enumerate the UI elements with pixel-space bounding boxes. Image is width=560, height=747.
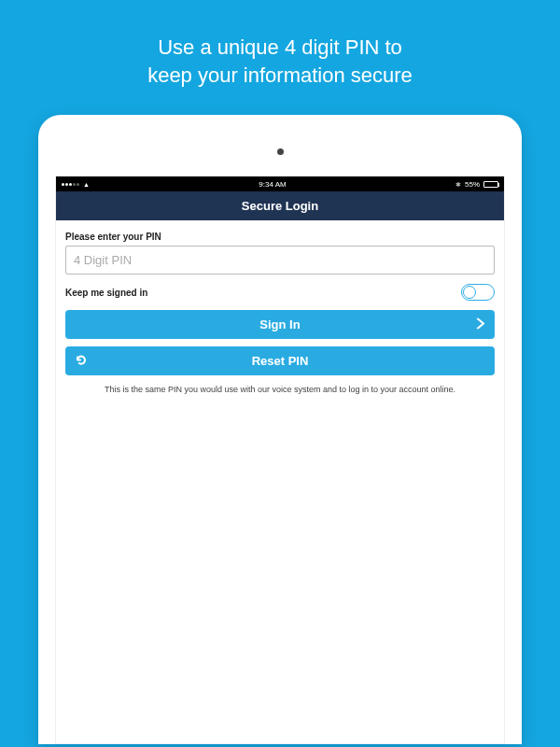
status-bar: 9:34 AM 55% [56,176,504,191]
reset-pin-label: Reset PIN [252,354,309,368]
page-title: Secure Login [56,191,504,220]
wifi-icon [83,180,90,189]
pin-label: Please enter your PIN [65,232,495,242]
status-bar-left [62,180,90,189]
status-bar-time: 9:34 AM [259,180,286,189]
sign-in-label: Sign In [259,317,300,331]
reset-pin-button[interactable]: Reset PIN [65,346,495,375]
promo-line-1: Use a unique 4 digit PIN to [37,34,523,62]
tablet-camera [277,148,284,155]
sign-in-button[interactable]: Sign In [65,310,495,339]
promo-line-2: keep your information secure [37,62,523,90]
refresh-icon [75,353,88,369]
app-screen: 9:34 AM 55% Secure Login Please enter yo… [55,176,505,744]
keep-signed-row: Keep me signed in [65,284,495,301]
keep-signed-toggle[interactable] [461,284,495,301]
keep-signed-label: Keep me signed in [65,288,147,298]
toggle-knob [463,286,476,299]
battery-percent: 55% [465,180,480,189]
bluetooth-icon [455,180,461,189]
signal-strength-icon [62,183,79,186]
battery-icon [483,181,498,188]
chevron-right-icon [476,317,485,331]
info-text: This is the same PIN you would use with … [67,385,493,394]
promo-headline: Use a unique 4 digit PIN to keep your in… [0,0,560,115]
pin-input[interactable] [65,246,495,275]
status-bar-right: 55% [455,180,498,189]
login-form: Please enter your PIN Keep me signed in … [56,220,504,743]
tablet-frame: 9:34 AM 55% Secure Login Please enter yo… [38,115,522,744]
